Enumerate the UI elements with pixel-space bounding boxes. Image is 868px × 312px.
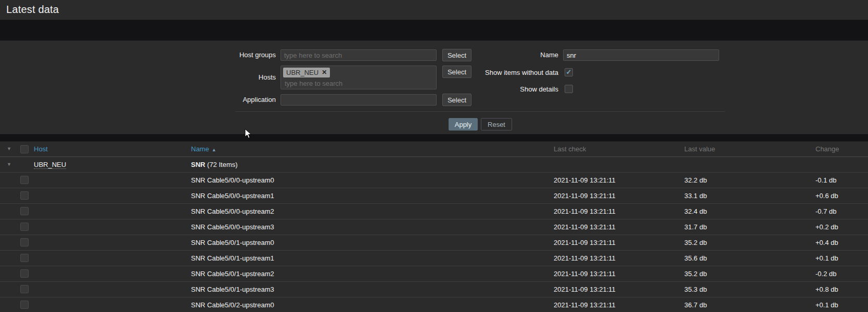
item-last-check: 2021-11-09 13:21:11 xyxy=(554,251,616,266)
table-header-row: ▼ Host Name▲ Last check Last value Chang… xyxy=(0,141,868,157)
column-header-change: Change xyxy=(815,141,839,157)
remove-tag-icon[interactable]: ✕ xyxy=(322,69,327,76)
item-name: SNR Cable5/0/2-upstream0 xyxy=(191,297,274,312)
item-name: SNR Cable5/0/0-upstream0 xyxy=(191,173,274,188)
item-last-value: 32.2 db xyxy=(684,173,707,188)
name-input[interactable] xyxy=(563,49,719,61)
application-input[interactable] xyxy=(280,94,437,106)
item-last-value: 35.3 db xyxy=(684,282,707,297)
item-last-check: 2021-11-09 13:21:11 xyxy=(554,204,616,219)
application-select-button[interactable]: Select xyxy=(442,94,471,106)
row-checkbox[interactable] xyxy=(20,254,29,262)
item-last-check: 2021-11-09 13:21:11 xyxy=(554,219,616,235)
table-row: SNR Cable5/0/2-upstream0 2021-11-09 13:2… xyxy=(0,297,868,312)
item-name: SNR Cable5/0/0-upstream2 xyxy=(191,204,274,219)
table-row: SNR Cable5/0/0-upstream1 2021-11-09 13:2… xyxy=(0,188,868,204)
item-last-value: 35.2 db xyxy=(684,235,707,250)
column-header-last-check: Last check xyxy=(554,141,586,157)
item-change: +0.1 db xyxy=(815,251,838,266)
table-row: SNR Cable5/0/1-upstream1 2021-11-09 13:2… xyxy=(0,251,868,266)
table-row: SNR Cable5/0/1-upstream0 2021-11-09 13:2… xyxy=(0,235,868,251)
show-details-label: Show details xyxy=(454,84,558,95)
table-row: SNR Cable5/0/0-upstream2 2021-11-09 13:2… xyxy=(0,204,868,219)
host-tag-label: UBR_NEU xyxy=(286,69,318,76)
item-last-value: 36.7 db xyxy=(684,297,707,312)
row-checkbox[interactable] xyxy=(20,269,29,278)
row-checkbox[interactable] xyxy=(20,207,29,215)
host-groups-input[interactable] xyxy=(280,49,437,61)
item-last-check: 2021-11-09 13:21:11 xyxy=(554,282,616,297)
table-row: SNR Cable5/0/0-upstream3 2021-11-09 13:2… xyxy=(0,219,868,235)
item-change: +0.8 db xyxy=(815,282,838,297)
checkmark-icon: ✓ xyxy=(566,68,572,76)
table-row: SNR Cable5/0/1-upstream2 2021-11-09 13:2… xyxy=(0,266,868,282)
row-checkbox[interactable] xyxy=(20,223,29,231)
row-checkbox[interactable] xyxy=(20,285,29,293)
apply-button[interactable]: Apply xyxy=(449,118,478,131)
collapse-group-icon[interactable]: ▼ xyxy=(7,157,11,172)
item-change: +0.2 db xyxy=(815,219,838,235)
show-items-without-data-label: Show items without data xyxy=(454,67,558,79)
filter-divider xyxy=(235,111,725,112)
item-name: SNR Cable5/0/1-upstream0 xyxy=(191,235,274,250)
item-change: -0.1 db xyxy=(815,173,836,188)
column-header-host[interactable]: Host xyxy=(34,141,48,157)
table-row: SNR Cable5/0/1-upstream3 2021-11-09 13:2… xyxy=(0,282,868,297)
host-groups-select-button[interactable]: Select xyxy=(442,49,471,61)
item-name: SNR Cable5/0/0-upstream3 xyxy=(191,219,274,235)
row-checkbox[interactable] xyxy=(20,176,29,184)
reset-button[interactable]: Reset xyxy=(481,118,512,131)
item-change: +0.1 db xyxy=(815,297,838,312)
item-change: -0.2 db xyxy=(815,266,836,281)
item-last-value: 33.1 db xyxy=(684,188,707,203)
host-group-row: ▼ UBR_NEU SNR (72 Items) xyxy=(0,157,868,173)
latest-data-table: ▼ Host Name▲ Last check Last value Chang… xyxy=(0,141,868,312)
table-row: SNR Cable5/0/0-upstream0 2021-11-09 13:2… xyxy=(0,173,868,188)
item-name: SNR Cable5/0/0-upstream1 xyxy=(191,188,274,203)
item-last-value: 35.6 db xyxy=(684,251,707,266)
filter-panel: Host groups Select Hosts UBR_NEU ✕ type … xyxy=(0,41,868,134)
collapse-all-icon[interactable]: ▼ xyxy=(7,141,11,157)
row-checkbox[interactable] xyxy=(20,191,29,200)
item-name: SNR Cable5/0/1-upstream1 xyxy=(191,251,274,266)
sort-ascending-icon: ▲ xyxy=(212,147,216,152)
item-name: SNR Cable5/0/1-upstream2 xyxy=(191,266,274,281)
page-title: Latest data xyxy=(6,4,59,16)
item-change: +0.4 db xyxy=(815,235,838,250)
show-details-checkbox[interactable] xyxy=(565,85,573,93)
item-change: +0.6 db xyxy=(815,188,838,203)
hosts-search-placeholder: type here to search xyxy=(285,80,432,87)
row-checkbox[interactable] xyxy=(20,301,29,309)
item-last-check: 2021-11-09 13:21:11 xyxy=(554,235,616,250)
row-checkbox[interactable] xyxy=(20,238,29,246)
item-last-check: 2021-11-09 13:21:11 xyxy=(554,173,616,188)
item-last-value: 31.7 db xyxy=(684,219,707,235)
column-header-name[interactable]: Name▲ xyxy=(191,141,216,157)
host-link[interactable]: UBR_NEU xyxy=(34,161,66,169)
application-label: Application xyxy=(198,94,276,106)
item-last-value: 35.2 db xyxy=(684,266,707,281)
table-body: SNR Cable5/0/0-upstream0 2021-11-09 13:2… xyxy=(0,173,868,312)
item-last-check: 2021-11-09 13:21:11 xyxy=(554,297,616,312)
page-header: Latest data xyxy=(0,0,868,20)
select-all-checkbox[interactable] xyxy=(20,145,29,153)
hosts-multiselect[interactable]: UBR_NEU ✕ type here to search xyxy=(280,66,437,89)
name-label: Name xyxy=(480,49,558,61)
hosts-label: Hosts xyxy=(198,72,276,83)
item-name: SNR Cable5/0/1-upstream3 xyxy=(191,282,274,297)
host-groups-label: Host groups xyxy=(198,49,276,61)
item-last-check: 2021-11-09 13:21:11 xyxy=(554,266,616,281)
item-last-check: 2021-11-09 13:21:11 xyxy=(554,188,616,203)
item-change: -0.7 db xyxy=(815,204,836,219)
item-last-value: 32.4 db xyxy=(684,204,707,219)
column-header-last-value: Last value xyxy=(684,141,715,157)
show-items-without-data-checkbox[interactable]: ✓ xyxy=(565,68,573,76)
application-group-label: SNR (72 Items) xyxy=(191,157,238,172)
host-tag: UBR_NEU ✕ xyxy=(283,68,330,77)
